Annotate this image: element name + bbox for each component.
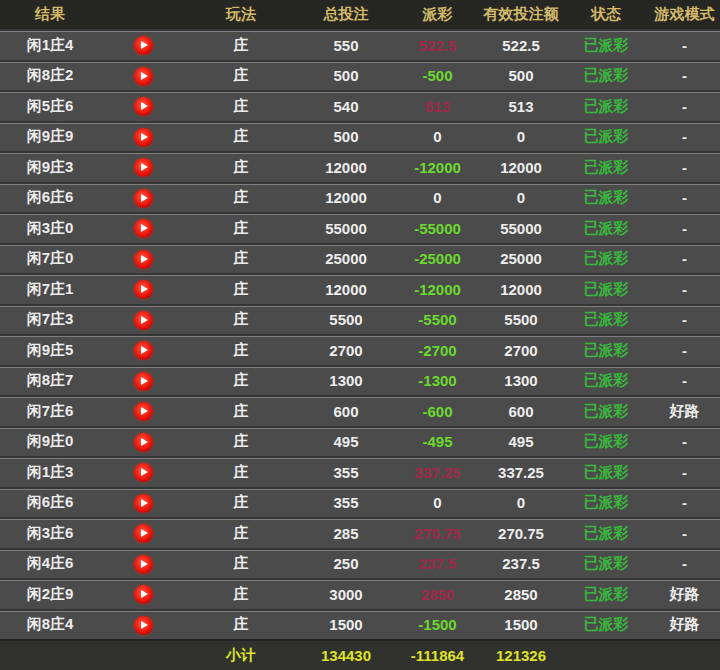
game-mode-cell: - [649, 305, 720, 336]
game-mode-cell: - [649, 457, 720, 488]
play-cell [100, 183, 186, 214]
play-icon[interactable] [134, 219, 153, 238]
payout-cell: 337.25 [396, 457, 479, 488]
valid-bet-cell: 0 [479, 488, 563, 519]
result-cell: 闲7庄0 [0, 244, 100, 275]
play-icon[interactable] [134, 494, 153, 513]
valid-bet-cell: 495 [479, 427, 563, 458]
play-icon[interactable] [134, 67, 153, 86]
table-row: 闲6庄6 庄 355 0 0 已派彩 - [0, 488, 720, 519]
method-cell: 庄 [186, 579, 296, 610]
play-icon[interactable] [134, 402, 153, 421]
method-cell: 庄 [186, 396, 296, 427]
table-row: 闲3庄6 庄 285 270.75 270.75 已派彩 - [0, 518, 720, 549]
total-bet-cell: 285 [296, 518, 396, 549]
method-cell: 庄 [186, 61, 296, 92]
column-header-valid-bet: 有效投注额 [479, 0, 563, 30]
play-cell [100, 335, 186, 366]
payout-cell: 513 [396, 91, 479, 122]
play-triangle-icon [141, 407, 148, 415]
payout-cell: -12000 [396, 152, 479, 183]
game-mode-cell: - [649, 61, 720, 92]
method-cell: 庄 [186, 213, 296, 244]
valid-bet-cell: 2700 [479, 335, 563, 366]
method-cell: 庄 [186, 488, 296, 519]
game-mode-cell: - [649, 213, 720, 244]
table-row: 闲5庄6 庄 540 513 513 已派彩 - [0, 91, 720, 122]
play-icon[interactable] [134, 280, 153, 299]
valid-bet-cell: 1500 [479, 610, 563, 641]
total-bet-cell: 12000 [296, 183, 396, 214]
table-row: 闲1庄3 庄 355 337.25 337.25 已派彩 - [0, 457, 720, 488]
valid-bet-cell: 55000 [479, 213, 563, 244]
play-cell [100, 30, 186, 61]
total-bet-cell: 500 [296, 122, 396, 153]
play-icon[interactable] [134, 524, 153, 543]
game-mode-cell: - [649, 335, 720, 366]
payout-cell: -25000 [396, 244, 479, 275]
play-icon[interactable] [134, 36, 153, 55]
total-bet-cell: 1300 [296, 366, 396, 397]
play-cell [100, 213, 186, 244]
table-row: 闲8庄4 庄 1500 -1500 1500 已派彩 好路 [0, 610, 720, 641]
play-triangle-icon [141, 621, 148, 629]
status-cell: 已派彩 [563, 549, 649, 580]
play-icon[interactable] [134, 372, 153, 391]
valid-bet-cell: 337.25 [479, 457, 563, 488]
result-cell: 闲3庄0 [0, 213, 100, 244]
game-mode-cell: - [649, 488, 720, 519]
play-cell [100, 427, 186, 458]
valid-bet-cell: 25000 [479, 244, 563, 275]
subtotal-label: 小计 [186, 640, 296, 670]
table-row: 闲7庄6 庄 600 -600 600 已派彩 好路 [0, 396, 720, 427]
play-cell [100, 91, 186, 122]
total-bet-cell: 2700 [296, 335, 396, 366]
method-cell: 庄 [186, 335, 296, 366]
method-cell: 庄 [186, 610, 296, 641]
result-cell: 闲7庄1 [0, 274, 100, 305]
payout-cell: -600 [396, 396, 479, 427]
play-icon[interactable] [134, 250, 153, 269]
valid-bet-cell: 600 [479, 396, 563, 427]
play-icon[interactable] [134, 585, 153, 604]
valid-bet-cell: 12000 [479, 274, 563, 305]
total-bet-cell: 600 [296, 396, 396, 427]
game-mode-cell: 好路 [649, 396, 720, 427]
play-triangle-icon [141, 468, 148, 476]
payout-cell: 2850 [396, 579, 479, 610]
method-cell: 庄 [186, 427, 296, 458]
play-cell [100, 122, 186, 153]
play-icon[interactable] [134, 158, 153, 177]
play-cell [100, 457, 186, 488]
total-bet-cell: 12000 [296, 152, 396, 183]
payout-cell: 270.75 [396, 518, 479, 549]
column-header-result: 结果 [0, 0, 100, 30]
column-header-total-bet: 总投注 [296, 0, 396, 30]
table-body: 闲1庄4 庄 550 522.5 522.5 已派彩 - 闲8庄2 庄 500 … [0, 30, 720, 640]
play-icon[interactable] [134, 311, 153, 330]
play-triangle-icon [141, 285, 148, 293]
play-icon[interactable] [134, 555, 153, 574]
valid-bet-cell: 0 [479, 122, 563, 153]
play-icon[interactable] [134, 616, 153, 635]
play-icon[interactable] [134, 189, 153, 208]
play-triangle-icon [141, 194, 148, 202]
play-icon[interactable] [134, 463, 153, 482]
play-icon[interactable] [134, 433, 153, 452]
method-cell: 庄 [186, 457, 296, 488]
play-cell [100, 305, 186, 336]
table-row: 闲7庄3 庄 5500 -5500 5500 已派彩 - [0, 305, 720, 336]
column-header-payout: 派彩 [396, 0, 479, 30]
play-triangle-icon [141, 499, 148, 507]
play-icon[interactable] [134, 97, 153, 116]
play-triangle-icon [141, 438, 148, 446]
play-icon[interactable] [134, 128, 153, 147]
result-cell: 闲8庄4 [0, 610, 100, 641]
status-cell: 已派彩 [563, 396, 649, 427]
result-cell: 闲8庄7 [0, 366, 100, 397]
play-icon[interactable] [134, 341, 153, 360]
valid-bet-cell: 1300 [479, 366, 563, 397]
status-cell: 已派彩 [563, 427, 649, 458]
play-triangle-icon [141, 102, 148, 110]
status-cell: 已派彩 [563, 213, 649, 244]
